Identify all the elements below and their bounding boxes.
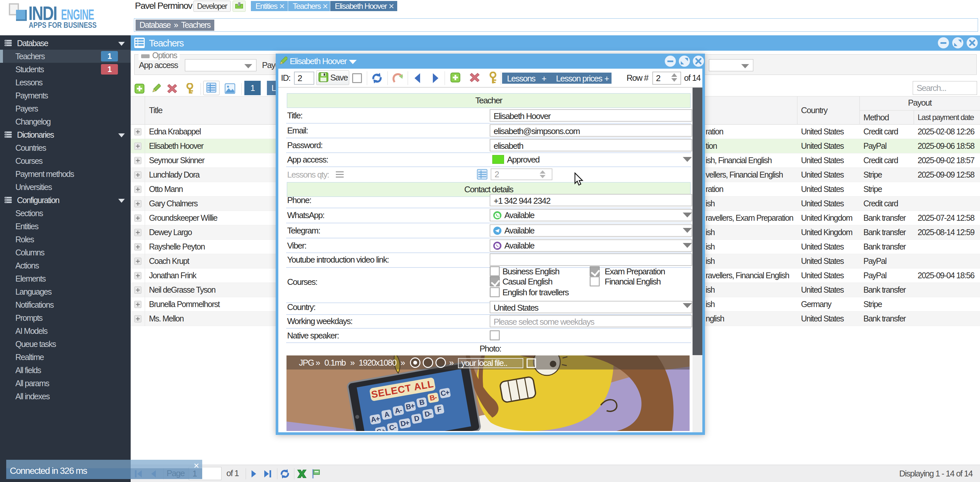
svg-text:B+: B+ xyxy=(405,402,415,411)
svg-text:D+: D+ xyxy=(400,418,410,428)
svg-text:A+: A+ xyxy=(370,414,380,424)
svg-text:C+: C+ xyxy=(440,388,450,397)
